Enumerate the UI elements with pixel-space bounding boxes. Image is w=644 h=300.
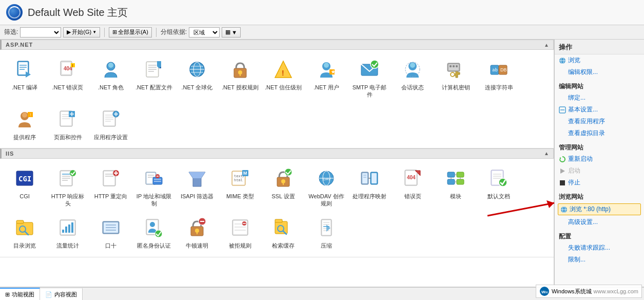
restart-action[interactable]: 重新启动 xyxy=(555,153,644,165)
compress2-item[interactable]: 压缩 xyxy=(306,212,347,252)
anon-auth-icon xyxy=(144,217,164,238)
svg-text:DB: DB xyxy=(500,67,507,72)
net-error-item[interactable]: 404 ! .NET 错误页 xyxy=(47,54,88,102)
feature-view-icon: ⊞ xyxy=(5,291,10,298)
net-global-item[interactable]: .NET 全球化 xyxy=(177,54,218,102)
error-pages-item[interactable]: 404 ! 错误页 xyxy=(392,163,433,211)
limit-action[interactable]: 限制... xyxy=(555,254,644,266)
log-icon-box xyxy=(55,215,80,240)
content-view-tab[interactable]: 📄 内容视图 xyxy=(40,288,83,301)
right-actions-panel: 操作 浏览 编辑权限... 编辑网站 绑定... xyxy=(554,40,644,287)
svg-rect-126 xyxy=(447,172,455,177)
session-item[interactable]: 会话状态 xyxy=(392,54,433,102)
app-icon xyxy=(6,4,23,21)
mime-type-icon: text/ html M xyxy=(230,168,250,189)
cgi-label: CGI xyxy=(19,193,30,200)
edit-permissions-action[interactable]: 编辑权限... xyxy=(555,66,644,78)
edit-site-group: 编辑网站 绑定... 基本设置... 查看应用程序 查看虚拟目录 xyxy=(555,80,644,139)
log-item[interactable]: 流量统计 xyxy=(47,212,88,252)
view-virtual-icon xyxy=(559,130,566,137)
aspnet-section-header[interactable]: ASP.NET ▲ xyxy=(0,40,554,50)
start-dropdown-arrow: ▼ xyxy=(92,30,96,34)
feature-view-tab[interactable]: ⊞ 功能视图 xyxy=(0,288,40,301)
net-trust-item[interactable]: ! .NET 信任级别 xyxy=(263,54,304,102)
net-config-item[interactable]: .NET 配置文件 xyxy=(133,54,174,102)
compress2-icon xyxy=(316,217,337,238)
net-user-item[interactable]: ★ .NET 用户 xyxy=(306,54,347,102)
svg-text:!: ! xyxy=(282,69,284,77)
actions-title: 操作 xyxy=(555,40,644,54)
handler-icon xyxy=(359,168,380,189)
start-action[interactable]: 启动 xyxy=(555,165,644,177)
cgi-icon: CGI xyxy=(14,168,35,189)
webdav-item[interactable]: DAV WebDAV 创作规则 xyxy=(306,163,347,211)
config-restrict-item[interactable]: 被拒规则 xyxy=(220,212,261,252)
bind-action[interactable]: 绑定... xyxy=(555,92,644,104)
module-item[interactable]: 模块 xyxy=(435,163,476,211)
basic-settings-icon xyxy=(559,106,566,114)
page-ctrl-item[interactable]: 页面和控件 xyxy=(47,104,88,144)
advanced-settings-action[interactable]: 高级设置... xyxy=(555,216,644,228)
search-index-item[interactable]: 检索缓存 xyxy=(263,212,304,252)
isapi-filter-icon xyxy=(187,168,207,189)
smtp-item[interactable]: SMTP 电子邮件 xyxy=(349,54,390,102)
machine-key-item[interactable]: 计算机密钥 xyxy=(435,54,476,102)
http-resp-icon-box xyxy=(55,166,80,191)
app-settings-icon-box xyxy=(99,107,123,132)
stop-action-icon xyxy=(559,179,566,186)
manage-site-title: 管理网站 xyxy=(555,141,644,153)
anon-auth-item[interactable]: 匿名身份认证 xyxy=(133,212,174,252)
content-panel[interactable]: ASP.NET ▲ . xyxy=(0,40,554,287)
http-redirect-item[interactable]: HTTP 重定向 xyxy=(90,163,131,211)
view-toggle-button[interactable]: ▦ ▼ xyxy=(222,27,241,38)
webdav-label: WebDAV 创作规则 xyxy=(308,193,345,208)
app-settings-item[interactable]: 应用程序设置 xyxy=(90,104,131,144)
browse-item[interactable]: 目录浏览 xyxy=(4,212,45,252)
basic-settings-action[interactable]: 基本设置... xyxy=(555,104,644,116)
filter-select[interactable] xyxy=(20,27,61,38)
start-button[interactable]: ▶ 开始(G) ▼ xyxy=(63,27,100,38)
toolbar-sep2 xyxy=(156,28,157,37)
ssl-item[interactable]: SSL 设置 xyxy=(263,163,304,211)
net-role-label: .NET 角色 xyxy=(98,84,124,91)
conn-string-item[interactable]: ab DB 连接字符串 xyxy=(478,54,519,102)
svg-rect-44 xyxy=(456,65,458,67)
provider-item[interactable]: ↑ 提供程序 xyxy=(4,104,45,144)
ip-domain-item[interactable]: IP 地址和域限制 xyxy=(133,163,174,211)
stop-action[interactable]: 停止 xyxy=(555,177,644,189)
net-error-label: .NET 错误页 xyxy=(52,84,84,91)
default-doc-item[interactable]: 默认文档 xyxy=(478,163,519,211)
fail-trace-icon xyxy=(559,245,566,252)
browse-80-action[interactable]: 浏览 *:80 (http) xyxy=(558,203,641,215)
filter-label: 筛选: xyxy=(4,28,18,36)
svg-point-12 xyxy=(108,63,113,68)
aspnet-label: ASP.NET xyxy=(6,42,33,48)
watermark: W w Windows系统城 www.wxcLgg.com xyxy=(536,285,642,298)
net-global-icon-box xyxy=(185,57,209,82)
net-compile-item[interactable]: .NET 编译 xyxy=(4,54,45,102)
fail-trace-action[interactable]: 失败请求跟踪... xyxy=(555,242,644,254)
cgi-item[interactable]: CGI CGI xyxy=(4,163,45,211)
search-index-icon-box xyxy=(271,215,296,240)
basic-auth-item[interactable]: 牛顿速明 xyxy=(177,212,218,252)
group-select[interactable]: 区域 xyxy=(189,27,220,38)
view-apps-action[interactable]: 查看应用程序 xyxy=(555,116,644,127)
browse-icon xyxy=(14,217,35,238)
http-resp-icon xyxy=(57,168,78,189)
net-role-item[interactable]: .NET 角色 xyxy=(90,54,131,102)
http-resp-item[interactable]: HTTP 响应标头 xyxy=(47,163,88,211)
compress-item[interactable]: 口十 xyxy=(90,212,131,252)
isapi-filter-item[interactable]: ISAPI 筛选器 xyxy=(177,163,218,211)
edit-permissions-icon xyxy=(559,69,566,76)
net-config-icon xyxy=(144,59,164,80)
browse-action[interactable]: 浏览 xyxy=(555,54,644,66)
svg-rect-43 xyxy=(453,65,455,67)
iis-section-header[interactable]: IIS ▲ xyxy=(0,148,554,159)
bind-icon xyxy=(559,95,566,102)
view-virtual-action[interactable]: 查看虚拟目录 xyxy=(555,127,644,139)
handler-item[interactable]: 处理程序映射 xyxy=(349,163,390,211)
display-all-button[interactable]: ⊞ 全部显示(A) xyxy=(109,27,152,38)
grid-icon: ⊞ xyxy=(112,29,117,35)
net-auth-item[interactable]: .NET 授权规则 xyxy=(220,54,261,102)
mime-type-item[interactable]: text/ html M MIME 类型 xyxy=(220,163,261,211)
